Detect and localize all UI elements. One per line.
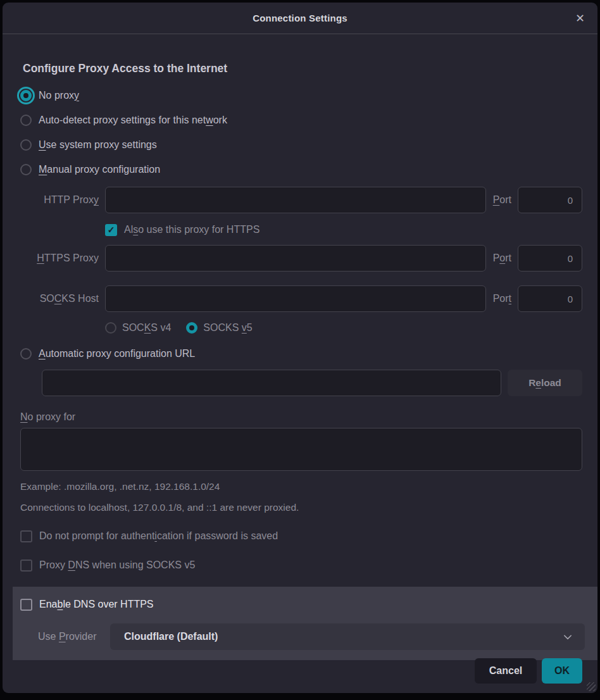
http-proxy-label: HTTP Proxy [20, 194, 105, 206]
dialog-content: Configure Proxy Access to the Internet N… [3, 34, 597, 660]
no-prompt-auth-checkbox[interactable] [20, 530, 32, 542]
radio-row-autodetect[interactable]: Auto-detect proxy settings for this netw… [20, 108, 582, 132]
share-proxy-label: Also use this proxy for HTTPS [124, 224, 259, 235]
no-proxy-for-label: No proxy for [20, 411, 582, 423]
radio-manual-proxy[interactable] [20, 164, 32, 175]
https-proxy-label: HTTPS Proxy [20, 253, 105, 264]
radio-row-no-proxy[interactable]: No proxy [20, 83, 582, 108]
no-prompt-auth-row[interactable]: Do not prompt for authentication if pass… [20, 527, 582, 545]
https-proxy-row: HTTPS Proxy Port [20, 245, 582, 272]
radio-row-manual[interactable]: Manual proxy configuration [20, 157, 582, 182]
enable-doh-checkbox[interactable] [20, 599, 32, 611]
page-title: Configure Proxy Access to the Internet [23, 62, 582, 75]
radio-row-auto-url[interactable]: Automatic proxy configuration URL [20, 341, 582, 366]
proxy-dns-row[interactable]: Proxy DNS when using SOCKS v5 [20, 556, 582, 574]
dialog-footer: Cancel OK [475, 658, 582, 684]
enable-doh-label: Enable DNS over HTTPS [39, 599, 154, 610]
provider-dropdown[interactable]: Cloudflare (Default) [110, 623, 585, 650]
no-prompt-auth-label: Do not prompt for authentication if pass… [39, 530, 278, 542]
radio-row-system[interactable]: Use system proxy settings [20, 132, 582, 157]
cancel-button[interactable]: Cancel [475, 658, 537, 684]
radio-autodetect-label: Auto-detect proxy settings for this netw… [39, 115, 227, 126]
dialog-title: Connection Settings [253, 13, 347, 23]
http-port-label: Port [486, 194, 518, 206]
http-proxy-input[interactable] [105, 187, 486, 213]
socks-v5-option[interactable]: SOCKS v5 [186, 322, 252, 334]
radio-no-proxy[interactable] [20, 90, 32, 101]
resize-grip[interactable] [587, 682, 596, 691]
http-proxy-row: HTTP Proxy Port [20, 187, 582, 213]
auto-url-input[interactable] [42, 370, 501, 396]
connection-settings-dialog: Connection Settings ✕ Configure Proxy Ac… [3, 3, 597, 693]
close-icon[interactable]: ✕ [575, 13, 585, 24]
auto-url-row: Reload [42, 370, 582, 396]
radio-socks-v4[interactable] [105, 322, 116, 334]
socks-host-row: SOCKS Host Port [20, 285, 582, 312]
proxy-dns-checkbox[interactable] [20, 559, 32, 572]
socks-host-label: SOCKS Host [20, 293, 105, 304]
radio-manual-proxy-label: Manual proxy configuration [39, 164, 160, 175]
https-port-label: Port [486, 253, 518, 264]
https-proxy-input[interactable] [105, 245, 486, 272]
check-icon: ✓ [108, 225, 115, 235]
proxy-dns-label: Proxy DNS when using SOCKS v5 [39, 559, 195, 571]
reload-button[interactable]: Reload [508, 370, 582, 396]
socks-v4-option[interactable]: SOCKS v4 [105, 322, 171, 334]
provider-row: Use Provider Cloudflare (Default) [20, 623, 585, 650]
dialog-titlebar: Connection Settings ✕ [3, 3, 597, 34]
use-provider-label: Use Provider [38, 631, 110, 642]
no-proxy-for-textarea[interactable] [20, 428, 582, 471]
doh-section: Enable DNS over HTTPS Use Provider Cloud… [13, 587, 597, 660]
socks-host-input[interactable] [105, 285, 486, 312]
chevron-down-icon [562, 631, 573, 642]
provider-dropdown-value: Cloudflare (Default) [124, 631, 562, 642]
radio-system-proxy-label: Use system proxy settings [39, 139, 157, 151]
socks-v4-label: SOCKS v4 [122, 322, 171, 334]
https-port-input[interactable] [518, 245, 582, 272]
radio-auto-url-label: Automatic proxy configuration URL [39, 348, 195, 359]
socks-port-label: Port [486, 293, 518, 304]
socks-version-row: SOCKS v4 SOCKS v5 [105, 318, 582, 337]
socks-v5-label: SOCKS v5 [203, 322, 252, 334]
example-note: Example: .mozilla.org, .net.nz, 192.168.… [20, 481, 582, 492]
radio-auto-url[interactable] [20, 348, 32, 359]
http-port-input[interactable] [518, 187, 582, 213]
share-proxy-checkbox[interactable]: ✓ [105, 224, 117, 236]
share-proxy-row[interactable]: ✓ Also use this proxy for HTTPS [105, 221, 582, 239]
localhost-note: Connections to localhost, 127.0.0.1/8, a… [20, 502, 582, 513]
radio-autodetect[interactable] [20, 115, 32, 126]
ok-button[interactable]: OK [542, 658, 582, 684]
enable-doh-row[interactable]: Enable DNS over HTTPS [20, 596, 585, 613]
radio-no-proxy-label: No proxy [39, 90, 79, 101]
radio-system-proxy[interactable] [20, 139, 32, 151]
radio-socks-v5[interactable] [186, 322, 197, 334]
socks-port-input[interactable] [518, 285, 582, 312]
